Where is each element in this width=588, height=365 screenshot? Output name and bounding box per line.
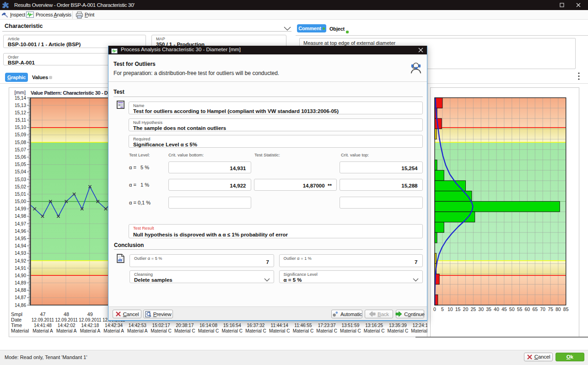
svg-text:15,13: 15,13: [15, 103, 26, 108]
svg-text:13:16:25: 13:16:25: [365, 323, 383, 328]
svg-text:14,98: 14,98: [15, 214, 26, 219]
svg-text:15,12: 15,12: [15, 110, 26, 115]
svg-text:14,94: 14,94: [15, 243, 26, 248]
svg-text:60: 60: [525, 306, 530, 312]
svg-text:20: 20: [463, 306, 469, 312]
svg-text:Material C: Material C: [364, 328, 385, 333]
svg-text:15,11: 15,11: [15, 118, 27, 123]
svg-text:14,86: 14,86: [15, 303, 26, 308]
svg-text:14,96: 14,96: [15, 229, 26, 234]
svg-text:14,93: 14,93: [15, 251, 26, 256]
svg-text:14,89: 14,89: [15, 280, 26, 285]
svg-text:15:02:17: 15:02:17: [152, 323, 170, 328]
svg-text:Material C: Material C: [151, 328, 172, 333]
svg-text:16:37:32: 16:37:32: [247, 323, 265, 328]
svg-text:Material A: Material A: [127, 328, 148, 333]
svg-text:35: 35: [486, 306, 491, 312]
svg-text:15,07: 15,07: [15, 147, 26, 152]
svg-text:Material C: Material C: [198, 328, 219, 333]
svg-text:12:24:10: 12:24:10: [413, 323, 427, 328]
svg-text:15: 15: [455, 306, 461, 312]
svg-text:Material C: Material C: [221, 328, 243, 333]
svg-text:40: 40: [494, 306, 499, 312]
svg-text:5: 5: [441, 306, 444, 312]
svg-text:Material A: Material A: [103, 328, 124, 333]
svg-text:14,88: 14,88: [15, 288, 26, 293]
svg-text:Material C: Material C: [293, 328, 314, 333]
svg-text:15,02: 15,02: [15, 184, 26, 189]
svg-text:11:46:55: 11:46:55: [294, 323, 312, 328]
svg-text:Time: Time: [11, 322, 22, 328]
svg-text:12.09.2011: 12.09.2011: [79, 317, 102, 322]
svg-text:16:14:08: 16:14:08: [200, 323, 217, 328]
svg-text:14:42:02: 14:42:02: [58, 323, 76, 328]
svg-text:45: 45: [502, 306, 507, 312]
svg-text:80: 80: [556, 306, 561, 312]
svg-text:85: 85: [563, 306, 569, 312]
svg-text:[mm]: [mm]: [15, 90, 26, 95]
svg-text:Material A: Material A: [80, 328, 101, 333]
svg-text:15,01: 15,01: [15, 192, 26, 197]
svg-text:15,05: 15,05: [15, 162, 26, 167]
svg-text:14,92: 14,92: [15, 258, 26, 263]
svg-text:55: 55: [517, 306, 523, 312]
svg-text:50: 50: [509, 306, 515, 312]
svg-text:15,06: 15,06: [15, 155, 26, 160]
svg-text:14,91: 14,91: [15, 266, 26, 271]
svg-text:12.09.2011: 12.09.2011: [32, 317, 54, 322]
svg-text:Material C: Material C: [388, 328, 409, 333]
svg-text:Material A: Material A: [32, 328, 53, 333]
svg-text:20:38:17: 20:38:17: [176, 323, 194, 328]
svg-text:14,90: 14,90: [15, 273, 26, 278]
svg-text:65: 65: [532, 306, 538, 312]
svg-text:Material C: Material C: [245, 328, 266, 333]
svg-text:14,99: 14,99: [15, 206, 26, 211]
svg-text:14:42:18: 14:42:18: [81, 323, 99, 328]
svg-text:14:42:34: 14:42:34: [105, 323, 123, 328]
svg-text:15,10: 15,10: [15, 125, 26, 130]
svg-text:Material C: Material C: [316, 328, 337, 333]
svg-text:15:16:54: 15:16:54: [223, 323, 241, 328]
svg-text:17:23:37: 17:23:37: [318, 323, 336, 328]
svg-text:10: 10: [448, 306, 453, 312]
svg-text:0: 0: [433, 306, 436, 312]
svg-text:30: 30: [478, 306, 484, 312]
svg-text:12.09.2011: 12.09.2011: [55, 317, 78, 322]
svg-text:14,87: 14,87: [15, 295, 26, 300]
svg-text:13:35:39: 13:35:39: [389, 323, 407, 328]
svg-text:13:51:59: 13:51:59: [341, 323, 359, 328]
svg-text:70: 70: [540, 306, 545, 312]
svg-text:Smpl: Smpl: [11, 311, 22, 317]
svg-text:15,03: 15,03: [15, 177, 26, 182]
svg-text:Date: Date: [11, 317, 22, 322]
svg-text:48: 48: [64, 311, 69, 317]
svg-text:75: 75: [548, 306, 553, 312]
svg-text:14:41:48: 14:41:48: [34, 323, 52, 328]
svg-text:47: 47: [40, 311, 45, 317]
svg-text:Material: Material: [11, 328, 29, 333]
svg-text:15,09: 15,09: [15, 132, 26, 137]
svg-text:49: 49: [87, 311, 93, 317]
svg-text:Material C: Material C: [411, 328, 427, 333]
svg-text:15,00: 15,00: [15, 199, 26, 204]
svg-text:25: 25: [470, 306, 476, 312]
svg-text:15,04: 15,04: [15, 169, 26, 174]
svg-text:15,08: 15,08: [15, 140, 26, 145]
svg-text:14:42:53: 14:42:53: [129, 323, 146, 328]
svg-text:Material C: Material C: [340, 328, 361, 333]
svg-text:11:44:14: 11:44:14: [271, 323, 289, 328]
svg-text:14,97: 14,97: [15, 221, 26, 226]
svg-text:15,14: 15,14: [15, 96, 26, 101]
svg-text:Material C: Material C: [174, 328, 195, 333]
svg-text:14,95: 14,95: [15, 236, 26, 241]
svg-text:Material C: Material C: [269, 328, 290, 333]
svg-text:Material A: Material A: [56, 328, 77, 333]
